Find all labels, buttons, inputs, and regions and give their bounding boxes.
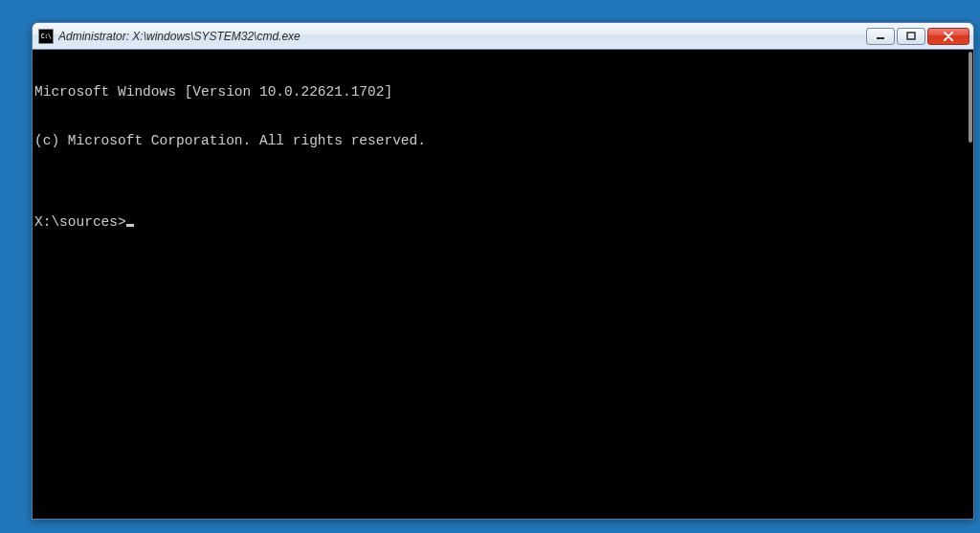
window-title: Administrator: X:\windows\SYSTEM32\cmd.e… — [58, 30, 866, 43]
maximize-icon — [906, 32, 916, 41]
close-button[interactable] — [927, 28, 969, 45]
svg-rect-0 — [877, 37, 884, 39]
minimize-icon — [876, 32, 885, 41]
minimize-button[interactable] — [866, 28, 895, 45]
cursor — [126, 224, 134, 227]
output-line: Microsoft Windows [Version 10.0.22621.17… — [34, 84, 966, 100]
terminal-area[interactable]: Microsoft Windows [Version 10.0.22621.17… — [33, 50, 973, 519]
cmd-icon: C:\ — [38, 29, 54, 44]
cmd-icon-text: C:\ — [40, 33, 51, 40]
terminal-output[interactable]: Microsoft Windows [Version 10.0.22621.17… — [33, 50, 968, 519]
scrollbar[interactable] — [968, 50, 973, 519]
svg-rect-1 — [907, 33, 915, 39]
output-line: (c) Microsoft Corporation. All rights re… — [34, 133, 966, 149]
close-icon — [943, 32, 954, 41]
prompt-text: X:\sources> — [34, 214, 126, 230]
scrollbar-thumb[interactable] — [969, 52, 972, 143]
maximize-button[interactable] — [897, 28, 925, 45]
titlebar[interactable]: C:\ Administrator: X:\windows\SYSTEM32\c… — [33, 23, 973, 50]
window-controls — [866, 28, 969, 45]
cmd-window: C:\ Administrator: X:\windows\SYSTEM32\c… — [32, 22, 974, 520]
prompt-line: X:\sources> — [34, 214, 966, 231]
